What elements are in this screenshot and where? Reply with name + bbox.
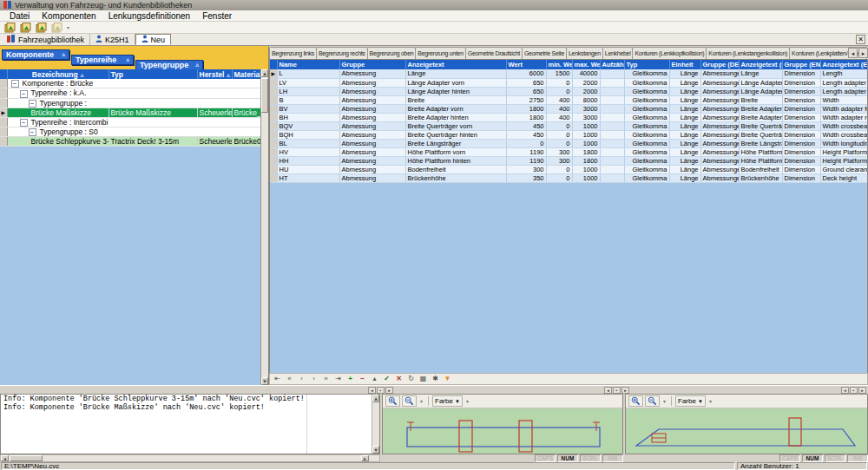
close-icon[interactable]: ✕ [856, 35, 865, 44]
log-vertical-scrollbar[interactable]: ▲ ▼ [372, 395, 379, 454]
zoom-out-button[interactable] [402, 395, 417, 407]
zoom-out-button[interactable] [645, 395, 660, 407]
prior-record-icon[interactable]: ‹ [296, 375, 307, 384]
next-page-icon[interactable]: » [320, 375, 332, 384]
zoom-in-button[interactable] [385, 395, 400, 407]
tab-scroll-left-icon[interactable]: ◂ [848, 48, 858, 58]
save-icon[interactable]: ▦ [418, 375, 429, 384]
edit-record-icon[interactable]: ▴ [369, 375, 380, 384]
variable-row[interactable]: BLAbmessungBreite Längsträger001000Gleit… [270, 139, 868, 147]
tree-column-typ[interactable]: Typ [108, 69, 197, 79]
variables-column-min-wert[interactable]: min. Wert [546, 60, 572, 69]
variable-row[interactable]: HHAbmessungHöhe Plattform hinten11903001… [270, 156, 868, 165]
tree-group-row[interactable]: −Typenreihe : Intercombi [0, 117, 260, 127]
variables-column-gruppe-de[interactable]: Gruppe (DE) [700, 60, 739, 69]
scroll-down-icon[interactable]: ▼ [372, 446, 379, 454]
menu-item-lenkungsdefinitionen[interactable]: Lenkungsdefinitionen [102, 11, 197, 21]
tree-group-row[interactable]: −Typengruppe : S0 [0, 127, 260, 137]
toolbar-overflow-icon[interactable]: ▾ [464, 398, 470, 404]
detail-tab-konturen-lenkstangenkollision[interactable]: Konturen (Lenkstangenkollision) [706, 47, 790, 59]
next-record-icon[interactable]: › [308, 375, 319, 384]
scroll-right-icon[interactable]: ▸ [361, 455, 369, 461]
color-dropdown-button[interactable]: Farbe▼ [675, 395, 706, 407]
side-view-canvas[interactable] [626, 408, 867, 454]
horizontal-splitter[interactable]: ◂ ▪ ▸ ◂ ▪ ▸ ◂ ▪ ▸ [0, 385, 868, 394]
detail-tab-geometrie-draufsicht[interactable]: Geometrie Draufsicht [465, 47, 523, 59]
splitter-grip-icon[interactable]: ▪ [850, 387, 858, 394]
detail-tab-geometrie-seite[interactable]: Geometrie Seite [522, 47, 567, 59]
variables-column-name[interactable]: Name [277, 60, 339, 69]
toolbar-overflow-icon[interactable]: ▾ [418, 398, 424, 404]
collapse-icon[interactable]: − [20, 119, 28, 127]
refresh-icon[interactable]: ↻ [405, 375, 417, 384]
tree-group-row[interactable]: −Typenreihe : k.A. [0, 88, 260, 98]
variable-row[interactable]: BHAbmessungBreite Adapter hinten18004003… [270, 113, 868, 121]
variables-column-einheit[interactable]: Einheit [669, 60, 700, 69]
variable-row[interactable]: LHAbmessungLänge Adapter hinten65002000G… [270, 87, 868, 95]
tab-scroll-right-icon[interactable]: ▸ [858, 48, 868, 58]
library-open-icon[interactable] [18, 22, 32, 33]
menu-item-komponenten[interactable]: Komponenten [36, 11, 102, 21]
menu-item-datei[interactable]: Datei [3, 11, 36, 21]
scroll-thumb[interactable] [10, 455, 43, 461]
scroll-up-icon[interactable]: ▲ [261, 69, 268, 77]
tree-leaf-row[interactable]: ▶Brücke MaßskizzeBrücke MaßskizzeScheuer… [0, 108, 260, 117]
top-view-canvas[interactable] [383, 408, 622, 454]
message-log[interactable]: Info: Komponente 'Brücke Schleppkurve 3-… [0, 394, 380, 454]
splitter-expand-right-icon[interactable]: ▸ [385, 387, 393, 394]
detail-tab-konturen-lenkkopfkollision[interactable]: Konturen (Lenkkopfkollision) [632, 47, 707, 59]
toolbar-overflow-icon[interactable]: ▾ [707, 398, 713, 404]
library-import-icon[interactable] [34, 22, 48, 33]
detail-tab-begrenzung-links[interactable]: Begrenzung links [269, 47, 317, 59]
last-record-icon[interactable]: ⇥ [332, 375, 344, 384]
toolbar-overflow-icon[interactable]: ▾ [661, 398, 667, 404]
variable-row[interactable]: HUAbmessungBodenfreiheit30001000Gleitkom… [270, 165, 868, 173]
left-vertical-scrollbar[interactable]: ▲ ▼ [260, 69, 268, 385]
splitter-grip-icon[interactable]: ▪ [613, 387, 621, 394]
options-icon[interactable]: ✱ [430, 375, 441, 384]
detail-tab-lenkhebel[interactable]: Lenkhebel [602, 47, 634, 59]
tree-group-row[interactable]: −Komponente : Brücke [0, 79, 260, 88]
scroll-up-icon[interactable]: ▲ [372, 395, 379, 402]
scroll-down-icon[interactable]: ▼ [261, 377, 268, 385]
cancel-edit-icon[interactable]: ✕ [393, 375, 404, 384]
variables-column-aufzählung[interactable]: Aufzählung [600, 60, 624, 69]
splitter-collapse-left-icon[interactable]: ◂ [604, 387, 612, 394]
variables-column-max-wert[interactable]: max. Wert [572, 60, 600, 69]
collapse-icon[interactable]: − [29, 128, 36, 136]
tree-column-herstel[interactable]: Herstel▵ [197, 69, 232, 79]
variable-row[interactable]: LVAbmessungLänge Adapter vorn65002000Gle… [270, 78, 868, 87]
tree-column-materialnum[interactable]: Materialnum [232, 69, 260, 79]
variables-column-wert[interactable]: Wert [506, 60, 546, 69]
collapse-icon[interactable]: − [20, 90, 28, 98]
scroll-left-icon[interactable]: ◂ [1, 455, 9, 461]
log-horizontal-scrollbar[interactable]: ◂ ▸ [0, 454, 380, 462]
variables-column-typ[interactable]: Typ [624, 60, 669, 69]
variables-column-gruppe-en[interactable]: Gruppe (EN) [782, 60, 820, 69]
variable-row[interactable]: HVAbmessungHöhe Plattform vorn1190300180… [270, 147, 868, 156]
toolbar-overflow-icon[interactable]: ▾ [65, 24, 71, 30]
tab-fahrzeugbibliothek[interactable]: Fahrzeugbibliothek [2, 34, 90, 45]
group-button-typenreihe[interactable]: Typenreihe▵ [71, 55, 134, 65]
detail-tab-lenkstangen[interactable]: Lenkstangen [566, 47, 603, 59]
variable-row[interactable]: BQHAbmessungBreite Querträger hinten4500… [270, 130, 868, 139]
detail-tab-begrenzung-rechts[interactable]: Begrenzung rechts [316, 47, 368, 59]
tree-leaf-row[interactable]: Brücke Schleppkurve 3-15mTractrix Deck! … [0, 137, 260, 147]
tree-column-bezeichnung[interactable]: Bezeichnung▵ [7, 69, 108, 79]
group-button-komponente[interactable]: Komponente▵ [2, 49, 69, 60]
scroll-thumb[interactable] [261, 78, 268, 113]
delete-record-icon[interactable]: − [357, 375, 368, 384]
detail-tab-begrenzung-oben[interactable]: Begrenzung oben [367, 47, 417, 59]
variable-row[interactable]: HTAbmessungBrückenhöhe35001000Gleitkomma… [270, 173, 868, 182]
variable-row[interactable]: BQVAbmessungBreite Querträger vorn450010… [270, 121, 868, 130]
variables-column-gruppe[interactable]: Gruppe [339, 60, 405, 69]
first-record-icon[interactable]: ⇤ [272, 375, 283, 384]
variable-row[interactable]: ▶LAbmessungLänge6000150040000GleitkommaL… [270, 69, 868, 78]
variables-column-anzeigetext-de[interactable]: Anzeigetext (DE) [739, 60, 782, 69]
color-dropdown-button[interactable]: Farbe▼ [432, 395, 463, 407]
variable-row[interactable]: BVAbmessungBreite Adapter vorn1800400300… [270, 104, 868, 113]
variables-column-anzeigetext[interactable]: Anzeigetext [405, 60, 506, 69]
tab-neu[interactable]: Neu [135, 34, 172, 45]
detail-tab-begrenzung-unten[interactable]: Begrenzung unten [415, 47, 465, 59]
splitter-grip-icon[interactable]: ▪ [377, 387, 385, 394]
